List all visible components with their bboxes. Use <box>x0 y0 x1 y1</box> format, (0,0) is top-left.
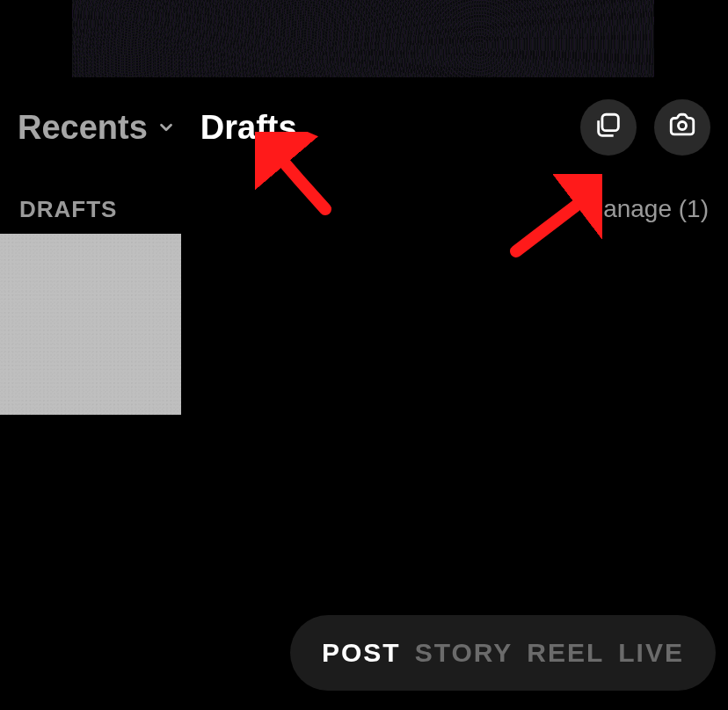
select-multiple-icon <box>593 111 623 144</box>
create-mode-pill: POST STORY REEL LIVE <box>290 615 716 691</box>
camera-icon <box>667 111 697 144</box>
mode-live[interactable]: LIVE <box>618 638 684 668</box>
svg-point-1 <box>678 121 686 129</box>
media-preview <box>72 0 654 77</box>
album-selector-row: Recents Drafts <box>0 98 728 156</box>
drafts-tab[interactable]: Drafts <box>200 109 297 147</box>
mode-reel[interactable]: REEL <box>527 638 604 668</box>
manage-drafts-button[interactable]: Manage (1) <box>583 195 709 223</box>
mode-story[interactable]: STORY <box>415 638 513 668</box>
drafts-section-label: DRAFTS <box>19 196 117 223</box>
recents-dropdown[interactable]: Recents <box>18 109 176 147</box>
open-camera-button[interactable] <box>654 99 710 156</box>
mode-post[interactable]: POST <box>322 638 401 668</box>
chevron-down-icon <box>157 118 176 137</box>
drafts-tab-label: Drafts <box>200 109 297 146</box>
select-multiple-button[interactable] <box>580 99 637 156</box>
draft-thumbnail[interactable] <box>0 234 181 415</box>
right-action-icons <box>580 99 710 156</box>
recents-label: Recents <box>18 109 148 147</box>
drafts-section-header: DRAFTS Manage (1) <box>0 192 728 227</box>
svg-rect-0 <box>602 114 618 130</box>
